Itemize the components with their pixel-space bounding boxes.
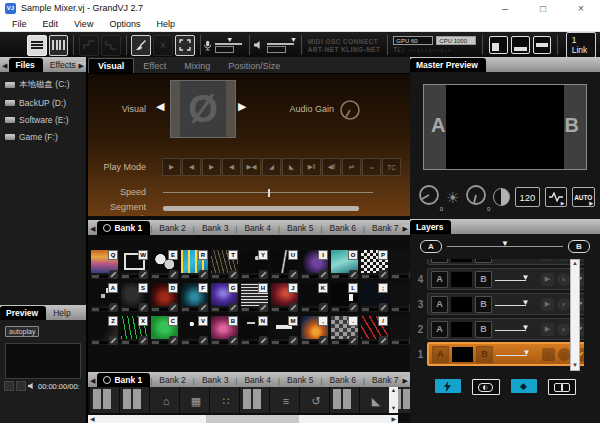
bank-tab[interactable]: Bank 6 [323, 373, 363, 387]
clip-edit-icon[interactable] [169, 270, 178, 279]
clip-edit-icon[interactable] [139, 336, 148, 345]
clip-cell[interactable]: S [121, 283, 148, 312]
tab-preview[interactable]: Preview [0, 306, 46, 320]
layer-clear-button[interactable]: × [557, 273, 570, 286]
clip-edit-icon[interactable] [109, 270, 118, 279]
transition-mode-button[interactable]: ◆ [511, 379, 537, 393]
clip-edit-icon[interactable] [289, 336, 298, 345]
clip-edit-icon[interactable] [229, 336, 238, 345]
layer-row-1[interactable]: 1AB▼▶× [414, 343, 584, 365]
bank-tab[interactable]: Bank 4 [237, 373, 277, 387]
flash-mode-button[interactable] [435, 379, 461, 393]
clip-edit-icon[interactable] [259, 336, 268, 345]
playmode-play-forward-button[interactable]: ▶ [202, 158, 221, 176]
clip-edit-icon[interactable] [169, 303, 178, 312]
clip-cell[interactable]: F [181, 283, 208, 312]
list-view-button[interactable] [27, 35, 47, 56]
layer-a-button[interactable]: A [431, 271, 448, 288]
layer-a-button[interactable]: A [432, 346, 449, 363]
close-button[interactable]: × [562, 0, 600, 16]
segment-slider[interactable] [163, 206, 359, 211]
layer-row-3[interactable]: 3AB▼▶× [414, 293, 584, 315]
playmode-ramp-out-button[interactable]: ◣ [282, 158, 301, 176]
banks-scroll-right-icon[interactable]: ▶ [401, 225, 410, 235]
clip-cell[interactable]: G [211, 283, 238, 312]
clip-edit-icon[interactable] [259, 303, 268, 312]
clip-edit-icon[interactable] [139, 303, 148, 312]
clip-edit-icon[interactable] [349, 336, 358, 345]
banks-scroll-right-icon[interactable]: ▶ [401, 377, 410, 387]
clip-edit-icon[interactable] [379, 303, 388, 312]
clip-edit-icon[interactable] [199, 303, 208, 312]
speed-slider[interactable] [163, 192, 373, 193]
crossfade-b-button[interactable]: B [568, 240, 590, 253]
bank-tab[interactable]: Bank 2 [152, 373, 192, 387]
layers-scroll-down-icon[interactable]: ▼ [572, 362, 578, 370]
playmode-timecode-button[interactable]: TC [382, 158, 401, 176]
tap-tempo-button[interactable]: ▶ [545, 187, 567, 207]
clip-cell[interactable]: M [271, 316, 298, 345]
step-up-button[interactable] [79, 35, 99, 56]
layer-row-4[interactable]: 4AB▼▶× [414, 268, 584, 290]
clip-cell[interactable]: B [211, 316, 238, 345]
layer-b-button[interactable]: B [475, 259, 492, 263]
tab-layers[interactable]: Layers [410, 220, 451, 234]
preview-toggle-button[interactable] [472, 379, 500, 395]
layer-play-button[interactable]: ▶ [541, 323, 554, 336]
drive-item[interactable]: Software (E:) [5, 115, 81, 125]
tab-visual[interactable]: Visual [88, 58, 134, 73]
clip-edit-icon[interactable] [289, 303, 298, 312]
layer-play-button[interactable]: ▶ [541, 259, 554, 261]
sample-cell[interactable]: ∷ [210, 387, 239, 413]
clip-cell[interactable]: / [361, 316, 388, 345]
auto-bpm-button[interactable]: AUTO ▶ [572, 187, 595, 207]
clip-edit-icon[interactable] [259, 270, 268, 279]
sample-cell[interactable]: ↺ [300, 387, 329, 413]
tab-help[interactable]: Help [46, 306, 77, 320]
tab-mixing[interactable]: Mixing [175, 59, 219, 73]
layer-play-button[interactable]: ▶ [541, 273, 554, 286]
layer-opacity-slider[interactable]: ▼ [495, 324, 535, 334]
clip-cell[interactable]: W [121, 250, 148, 279]
tab-effect[interactable]: Effect [134, 59, 175, 73]
layer-clear-button[interactable]: × [557, 323, 570, 336]
scrollbar-thumb[interactable] [206, 415, 299, 423]
crossfade-slider[interactable]: ▼ [447, 246, 563, 248]
mic-level-slider[interactable]: ▼ [215, 37, 242, 53]
bank-tab[interactable]: Bank 7 [365, 221, 405, 235]
delete-button[interactable]: × [153, 35, 173, 56]
layer-play-button[interactable]: ▶ [542, 348, 555, 361]
brightness-icon[interactable]: ☀ [446, 190, 459, 205]
clip-cell[interactable]: K [301, 283, 328, 312]
clip-cell[interactable]: C [151, 316, 178, 345]
master-speed-knob[interactable]: 0 [417, 183, 441, 211]
layer-clear-button[interactable]: × [557, 259, 570, 261]
tab-master-preview[interactable]: Master Preview [410, 58, 486, 72]
scroll-up-icon[interactable]: ▲ [391, 387, 396, 395]
clip-cell[interactable]: R [181, 250, 208, 279]
clip-edit-icon[interactable] [199, 336, 208, 345]
clip-edit-icon[interactable] [349, 270, 358, 279]
clip-cell[interactable]: U [271, 250, 298, 279]
bank-tab[interactable]: Bank 4 [237, 221, 277, 235]
layer-b-button[interactable]: B [476, 346, 493, 363]
bank-tab[interactable]: Bank 3 [195, 221, 235, 235]
layer-play-button[interactable]: ▶ [541, 298, 554, 311]
prev-visual-icon[interactable]: ◀ [156, 100, 164, 113]
layer-opacity-slider[interactable]: ▼ [495, 299, 535, 309]
tab-position-size[interactable]: Position/Size [219, 59, 289, 73]
clip-edit-icon[interactable] [319, 270, 328, 279]
bank-tab[interactable]: Bank 2 [152, 221, 192, 235]
scroll-left-icon[interactable]: ◀ [90, 415, 95, 423]
menu-options[interactable]: Options [101, 19, 148, 29]
crossfade-a-button[interactable]: A [420, 240, 442, 253]
clip-edit-icon[interactable] [109, 336, 118, 345]
clip-edit-icon[interactable] [199, 270, 208, 279]
clip-cell[interactable]: . [331, 316, 358, 345]
bank-tab-active[interactable]: Bank 1 [97, 221, 150, 235]
clip-cell[interactable]: H [241, 283, 268, 312]
sample-cell[interactable]: ⌂ [150, 387, 179, 413]
playmode-ramp-in-button[interactable]: ◢ [262, 158, 281, 176]
bank-tab-active[interactable]: Bank 1 [97, 373, 150, 387]
playmode-play-pause-backward-button[interactable]: ◀‖ [322, 158, 341, 176]
